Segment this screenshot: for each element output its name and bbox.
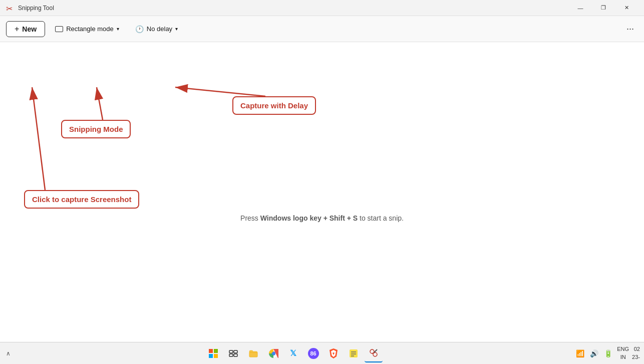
plus-icon: +	[15, 25, 19, 34]
taskbar-left: ∧	[4, 348, 13, 359]
svg-rect-12	[249, 352, 257, 357]
taskbar: ∧	[0, 342, 644, 364]
window: ✂ Snipping Tool — ❐ ✕ + New Rectangle mo…	[0, 0, 644, 364]
taskbar-start-button[interactable]	[204, 344, 222, 362]
title-bar-controls: — ❐ ✕	[569, 0, 638, 16]
svg-rect-7	[214, 354, 218, 358]
svg-rect-10	[229, 354, 233, 356]
annotation-new: Click to capture Screenshot	[24, 190, 139, 209]
new-button-label: New	[22, 25, 37, 33]
taskbar-icons: 𝕏 86	[13, 344, 574, 362]
svg-rect-11	[234, 354, 237, 356]
delay-label: No delay	[147, 25, 172, 33]
svg-line-3	[175, 87, 265, 96]
rectangle-icon	[55, 26, 63, 32]
taskbar-badge-button[interactable]: 86	[304, 344, 323, 362]
battery-icon[interactable]: 🔋	[602, 347, 614, 359]
hint-keys: Windows logo key + Shift + S	[260, 214, 358, 222]
svg-rect-6	[209, 354, 213, 358]
annotation-mode: Snipping Mode	[61, 120, 131, 138]
minimize-button[interactable]: —	[569, 0, 592, 16]
delay-dropdown-button[interactable]: 🕐 No delay ▾	[129, 22, 184, 36]
clock-icon: 🕐	[135, 25, 144, 33]
mode-chevron-icon: ▾	[117, 26, 119, 32]
title-bar: ✂ Snipping Tool — ❐ ✕	[0, 0, 644, 16]
more-options-button[interactable]: ···	[622, 22, 638, 36]
taskbar-sniptool-button[interactable]	[365, 344, 383, 362]
systray-expand-button[interactable]: ∧	[4, 348, 13, 359]
main-content: Click to capture Screenshot Snipping Mod…	[0, 42, 644, 342]
title-bar-title: Snipping Tool	[18, 5, 569, 12]
svg-rect-5	[214, 349, 218, 353]
new-button[interactable]: + New	[6, 21, 45, 37]
taskbar-twitter-button[interactable]: 𝕏	[284, 344, 302, 362]
annotation-delay: Capture with Delay	[232, 96, 316, 115]
taskbar-taskview-button[interactable]	[224, 344, 242, 362]
svg-rect-8	[229, 350, 233, 353]
maximize-button[interactable]: ❐	[592, 0, 615, 16]
more-icon: ···	[626, 24, 634, 34]
hint-pre: Press	[240, 214, 260, 222]
language-indicator: ENG IN	[617, 345, 629, 361]
close-button[interactable]: ✕	[615, 0, 638, 16]
svg-line-1	[32, 87, 45, 190]
toolbar: + New Rectangle mode ▾ 🕐 No delay ▾ ···	[0, 16, 644, 42]
volume-icon[interactable]: 🔊	[588, 347, 600, 359]
taskbar-explorer-button[interactable]	[244, 344, 262, 362]
svg-rect-9	[234, 350, 237, 353]
systray: 📶 🔊 🔋	[574, 347, 614, 359]
mode-dropdown-button[interactable]: Rectangle mode ▾	[49, 22, 125, 36]
wifi-icon[interactable]: 📶	[574, 347, 586, 359]
delay-chevron-icon: ▾	[175, 26, 178, 32]
svg-line-2	[97, 87, 103, 120]
mode-label: Rectangle mode	[66, 25, 114, 33]
taskbar-chrome-button[interactable]	[264, 344, 282, 362]
taskbar-brave-button[interactable]	[325, 344, 343, 362]
app-icon: ✂	[6, 4, 14, 12]
taskbar-right: 📶 🔊 🔋 ENG IN 02 23-	[574, 345, 640, 361]
hint-post: to start a snip.	[358, 214, 404, 222]
hint-text: Press Windows logo key + Shift + S to st…	[240, 214, 404, 222]
taskbar-clock[interactable]: 02 23-	[632, 345, 640, 361]
taskbar-notes-button[interactable]	[345, 344, 363, 362]
svg-line-22	[374, 349, 377, 352]
svg-rect-4	[209, 349, 213, 353]
